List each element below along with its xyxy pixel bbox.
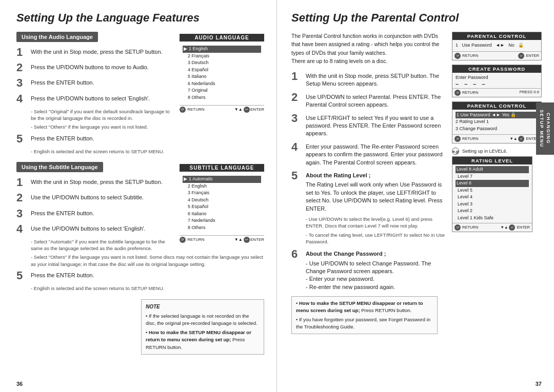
left-page-title: Setting Up the Language Features: [16, 11, 264, 25]
audio-section-header: Using the Audio Language: [16, 32, 98, 42]
audio-screen-title: AUDIO LANGUAGE: [180, 34, 264, 42]
audio-step-5: 5 Press the ENTER button.: [16, 133, 264, 145]
rating-item-3: Level 6: [456, 180, 529, 187]
create-password-footer: ⟳ RETURN PRESS 0-9: [452, 88, 541, 97]
parental-step-3: 3 Use LEFT/RIGHT to select Yes if you wa…: [291, 112, 447, 138]
parental-control-screen-2: PARENTAL CONTROL 1 Use Password ◄► Yes 🔒…: [452, 101, 542, 144]
parental2-row-1: 1 Use Password ◄► Yes 🔒: [456, 112, 538, 119]
subtitle-screen-title: SUBTITLE LANGUAGE: [180, 164, 264, 172]
rating-screen-footer: ⟳ RETURN ▼▲ ↵ ENTER: [452, 223, 532, 232]
audio-item-1: ▶1 English: [183, 46, 261, 53]
left-note-box: NOTE • If the selected language is not r…: [141, 299, 264, 355]
eg-label: e.g Setting up in LEVEL6.: [452, 148, 542, 155]
subtitle-step5-note: - English is selected and the screen ret…: [31, 285, 264, 292]
right-note-2: • If you have forgotten your password, s…: [296, 316, 433, 331]
parental-control-screen-1: PARENTAL CONTROL 1 Use Password ◄► No 🔒 …: [452, 32, 542, 60]
audio-item-6: 6 Nederlands: [183, 80, 261, 88]
subtitle-item-8: 8 Others: [183, 224, 261, 232]
audio-screen-footer: ⟳ RETURN ▼▲ ↵ENTER: [180, 105, 264, 113]
audio-item-3: 3 Deutsch: [183, 59, 261, 67]
audio-language-screen: AUDIO LANGUAGE ▶1 English 2 Français 3 D…: [180, 34, 264, 113]
parental-bullet-2: - To cancel the rating level, use LEFT/R…: [306, 232, 447, 245]
parental-step-2: 2 Use UP/DOWN to select Parental. Press …: [291, 91, 447, 109]
audio-item-7: 7 Original: [183, 87, 261, 94]
side-tab: CHANGINGSETUP MENU: [536, 102, 554, 155]
create-password-screen: CREATE PASSWORD Enter Password – – – – ⟳…: [452, 65, 542, 97]
step5-body: The Rating Level will work only when Use…: [306, 181, 447, 213]
subtitle-step-2: 2 Use the UP/DOWN buttons to select Subt…: [16, 192, 173, 204]
right-page-number: 37: [536, 381, 542, 387]
left-page-number: 36: [16, 381, 23, 387]
parental-bullet-1: - Use UP/DOWN to select the level(e.g. L…: [306, 216, 447, 230]
subtitle-step-3: 3 Press the ENTER button.: [16, 208, 173, 220]
rating-item-7: Level 2: [456, 208, 529, 215]
subtitle-step-1: 1 With the unit in Stop mode, press the …: [16, 176, 173, 189]
right-note-box: • How to make the SETUP MENU disappear o…: [291, 296, 438, 334]
parental2-row-2: 2 Rating Level 1: [456, 118, 538, 126]
subtitle-screen-footer: ⟳ RETURN ▼▲ ↵ENTER: [180, 235, 264, 243]
rating-item-1: Level 8 Adult: [456, 166, 529, 173]
audio-step-3: 3 Press the ENTER button.: [16, 77, 173, 89]
rating-item-5: Level 4: [456, 194, 529, 201]
audio-step5-note: - English is selected and the screen ret…: [31, 148, 264, 155]
audio-note-2: - Select "Others" if the language you wa…: [31, 123, 264, 130]
subtitle-item-3: 3 Français: [183, 190, 261, 197]
audio-item-8: 8 Others: [183, 94, 261, 101]
step6-bold: About the Change Password ;: [306, 251, 386, 257]
parental-screen-2-footer: ⟳ RETURN ▼▲ ↵ ENTER: [452, 134, 541, 143]
parental-step-4: 4 Enter your password. The Re-enter Pass…: [291, 141, 447, 167]
right-page-title: Setting Up the Parental Control: [291, 11, 542, 25]
subtitle-item-5: 5 Español: [183, 203, 261, 211]
rating-item-8: Level 1 Kids Safe: [456, 215, 529, 222]
audio-section: Using the Audio Language AUDIO LANGUAGE …: [16, 32, 264, 155]
parental-screen-1-footer: ⟳ RETURN ↵ ENTER: [452, 51, 541, 60]
left-note-item-1: • If the selected language is not record…: [146, 313, 260, 327]
subtitle-section: Using the Subtitle Language SUBTITLE LAN…: [16, 162, 264, 292]
subtitle-language-screen: SUBTITLE LANGUAGE ▶1 Automatic 2 English…: [180, 164, 264, 243]
parental-step-5: 5 About the Rating Level ; The Rating Le…: [291, 170, 447, 213]
subtitle-step-4: 4 Use the UP/DOWN buttons to select 'Eng…: [16, 223, 173, 235]
audio-step-2: 2 Press the UP/DOWN buttons to move to A…: [16, 61, 173, 74]
audio-step-1: 1 With the unit in Stop mode, press the …: [16, 46, 173, 58]
rating-item-2: Level 7: [456, 173, 529, 180]
subtitle-item-6: 6 Italiano: [183, 211, 261, 218]
parental-step-6: 6 About the Change Password ; - Use UP/D…: [291, 248, 447, 291]
parental-intro: The Parental Control function works in c…: [291, 32, 447, 65]
subtitle-note-2: - Select "Others" if the language you wa…: [31, 254, 264, 267]
right-screens-col: PARENTAL CONTROL 1 Use Password ◄► No 🔒 …: [452, 32, 542, 236]
right-steps: The Parental Control function works in c…: [291, 32, 447, 334]
audio-item-2: 2 Français: [183, 53, 261, 60]
left-note-title: NOTE: [146, 303, 260, 311]
step6-body: - Use UP/DOWN to select Change Password.…: [306, 260, 447, 292]
rating-item-4: Level 5: [456, 187, 529, 194]
parental-row-1: 1 Use Password ◄► No 🔒: [456, 42, 538, 49]
subtitle-step-5: 5 Press the ENTER button.: [16, 270, 264, 282]
subtitle-item-1: ▶1 Automatic: [183, 176, 261, 183]
rating-level-screen: RATING LEVEL Level 8 Adult Level 7 Level…: [452, 156, 532, 232]
rating-item-6: Level 3: [456, 201, 529, 208]
parental2-row-3: 3 Change Password: [456, 126, 538, 133]
subtitle-item-2: 2 English: [183, 183, 261, 190]
audio-item-5: 5 Italiano: [183, 73, 261, 80]
left-page: Setting Up the Language Features Using t…: [0, 0, 277, 392]
audio-step-4: 4 Press the UP/DOWN buttons to select 'E…: [16, 93, 173, 105]
parental-step-1: 1 With the unit in Stop mode, press SETU…: [291, 70, 447, 88]
right-page: Setting Up the Parental Control CHANGING…: [277, 0, 554, 392]
subtitle-section-header: Using the Subtitle Language: [16, 162, 103, 172]
subtitle-item-7: 7 Nederlands: [183, 217, 261, 224]
left-note-item-2: • How to make the SETUP MENU disappear o…: [146, 329, 260, 351]
step5-bold: About the Rating Level ;: [306, 172, 371, 178]
right-note-1: • How to make the SETUP MENU disappear o…: [296, 300, 433, 315]
subtitle-item-4: 4 Deutsch: [183, 197, 261, 204]
audio-item-4: 4 Español: [183, 67, 261, 74]
